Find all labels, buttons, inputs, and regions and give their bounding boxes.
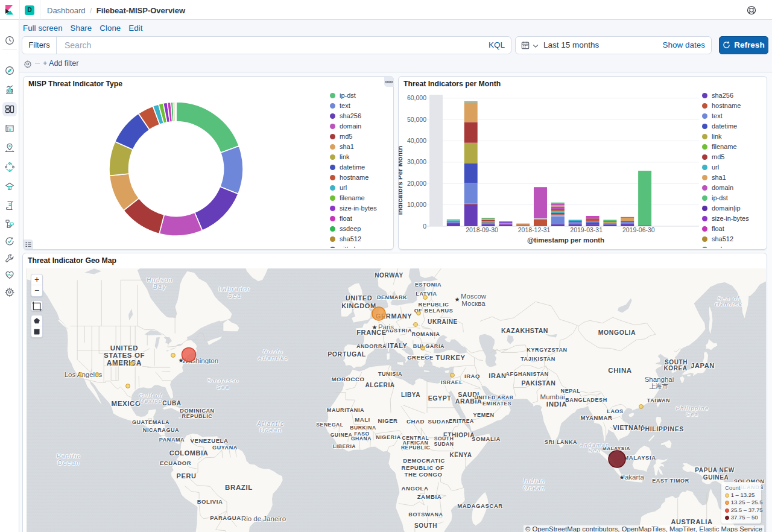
svg-text:MAURITANIA: MAURITANIA	[327, 407, 364, 413]
svg-text:SOMALIA: SOMALIA	[472, 435, 501, 442]
svg-text:MOROCCO: MOROCCO	[332, 376, 365, 382]
svg-text:REPUBLIC OF: REPUBLIC OF	[402, 464, 445, 471]
svg-text:MALI: MALI	[355, 416, 370, 423]
svg-text:KOREA: KOREA	[663, 365, 687, 372]
svg-text:VIETNAM: VIETNAM	[613, 424, 644, 431]
svg-text:ISRAEL: ISRAEL	[441, 379, 463, 385]
svg-text:Okhotsk: Okhotsk	[715, 301, 742, 308]
svg-text:SENEGAL: SENEGAL	[316, 422, 343, 428]
svg-text:TUNISIA: TUNISIA	[378, 371, 402, 377]
svg-text:MEXICO: MEXICO	[112, 400, 141, 407]
svg-text:SUDAN: SUDAN	[428, 418, 451, 425]
svg-text:2018-09-30: 2018-09-30	[466, 226, 498, 233]
svg-text:CUBA: CUBA	[162, 400, 181, 407]
svg-text:MALAYSIA: MALAYSIA	[624, 454, 656, 461]
svg-text:MYANMAR: MYANMAR	[581, 414, 613, 421]
svg-text:Sea: Sea	[217, 384, 230, 390]
svg-text:STATES OF: STATES OF	[104, 352, 145, 359]
svg-text:ZAMBIA: ZAMBIA	[417, 493, 442, 500]
svg-text:Sea: Sea	[686, 411, 699, 417]
svg-text:UNITED: UNITED	[346, 294, 373, 302]
svg-text:60,000: 60,000	[407, 94, 426, 101]
svg-text:BOLIVIA: BOLIVIA	[197, 498, 223, 505]
svg-text:上海市: 上海市	[649, 382, 668, 390]
svg-text:EMIRATES: EMIRATES	[482, 401, 511, 407]
svg-text:Sea: Sea	[228, 293, 242, 299]
svg-text:BURKINA: BURKINA	[350, 425, 376, 431]
svg-text:REPUBLIC: REPUBLIC	[419, 302, 449, 308]
svg-text:Sargasso: Sargasso	[207, 377, 239, 384]
svg-text:BULGARIA: BULGARIA	[413, 343, 445, 349]
svg-text:0: 0	[423, 223, 426, 230]
svg-text:GUATEMALA: GUATEMALA	[132, 419, 169, 425]
svg-text:Philippine: Philippine	[676, 405, 709, 411]
svg-text:GUINEA: GUINEA	[331, 432, 353, 438]
svg-text:PARAGUAY: PARAGUAY	[210, 515, 245, 521]
svg-text:THE CONGO: THE CONGO	[405, 471, 443, 478]
svg-text:PAKISTAN: PAKISTAN	[522, 379, 556, 387]
svg-text:ITALY: ITALY	[388, 342, 408, 349]
svg-text:GUINEA: GUINEA	[703, 474, 729, 481]
svg-text:SRI LANKA: SRI LANKA	[545, 439, 577, 445]
svg-text:2019-06-30: 2019-06-30	[622, 226, 655, 233]
svg-text:NICARAGUA: NICARAGUA	[143, 427, 179, 433]
svg-text:REPUBLIC: REPUBLIC	[182, 413, 213, 419]
svg-text:Atlantiko: Atlantiko	[258, 355, 289, 361]
svg-text:LIBERIA: LIBERIA	[333, 443, 356, 449]
svg-text:SOUTH: SOUTH	[414, 522, 437, 529]
svg-text:DENMARK: DENMARK	[377, 294, 407, 300]
svg-text:Norda: Norda	[263, 348, 283, 355]
svg-text:30,000: 30,000	[407, 158, 426, 165]
svg-text:MADAGASCAR: MADAGASCAR	[457, 502, 503, 509]
svg-text:Moscow: Moscow	[461, 293, 487, 300]
svg-text:REPUBLIC: REPUBLIC	[401, 445, 430, 451]
svg-text:BOTSWANA: BOTSWANA	[408, 511, 443, 518]
svg-text:CHINA: CHINA	[608, 367, 631, 374]
svg-text:IRAN: IRAN	[489, 372, 506, 379]
svg-text:★: ★	[619, 474, 625, 481]
svg-text:ALGERIA: ALGERIA	[365, 382, 394, 388]
svg-text:★: ★	[455, 296, 460, 303]
svg-text:CHAD: CHAD	[407, 418, 425, 425]
svg-text:Labrador: Labrador	[219, 286, 251, 293]
svg-text:2018-12-31: 2018-12-31	[518, 226, 551, 233]
svg-text:GHANA: GHANA	[351, 435, 372, 442]
svg-text:UNITED ARAB: UNITED ARAB	[475, 394, 514, 401]
svg-text:Москва: Москва	[461, 300, 486, 307]
svg-text:2019-03-31: 2019-03-31	[570, 226, 603, 233]
svg-text:Mumbai: Mumbai	[540, 393, 565, 401]
svg-text:INDIA: INDIA	[546, 401, 567, 408]
svg-text:Bay: Bay	[153, 283, 166, 290]
svg-text:Sea: Sea	[589, 448, 601, 454]
svg-text:50,000: 50,000	[407, 116, 426, 123]
svg-text:TURKEY: TURKEY	[436, 354, 466, 361]
svg-text:Hudson: Hudson	[147, 277, 173, 283]
svg-text:NIGER: NIGER	[378, 417, 397, 424]
svg-text:Jakarta: Jakarta	[621, 473, 644, 481]
svg-text:GUYANA: GUYANA	[212, 445, 238, 451]
svg-text:KYRGYZSTAN: KYRGYZSTAN	[527, 347, 567, 353]
svg-text:UKRAINE: UKRAINE	[428, 318, 458, 325]
svg-text:COLOMBIA: COLOMBIA	[169, 449, 209, 457]
svg-text:PHILIPPINES: PHILIPPINES	[641, 425, 684, 432]
svg-text:YEMEN: YEMEN	[473, 412, 494, 418]
svg-text:20,000: 20,000	[407, 180, 426, 187]
svg-text:AFGHANISTAN: AFGHANISTAN	[505, 371, 548, 377]
svg-text:PANAMA: PANAMA	[159, 437, 185, 443]
svg-text:NIGERIA: NIGERIA	[376, 434, 401, 440]
svg-text:BANGLADESH: BANGLADESH	[565, 397, 607, 403]
svg-text:Mexico: Mexico	[139, 397, 163, 404]
svg-text:PERU: PERU	[177, 472, 197, 480]
svg-text:LIBYA: LIBYA	[401, 391, 420, 398]
svg-text:AMERICA: AMERICA	[107, 359, 142, 366]
svg-text:ANDORRA: ANDORRA	[356, 343, 387, 349]
svg-text:DEMOCRATIC: DEMOCRATIC	[403, 457, 445, 464]
svg-text:EAST TIMOR: EAST TIMOR	[652, 478, 689, 484]
svg-text:ERITREA: ERITREA	[449, 418, 474, 424]
svg-text:Rio de Janeiro: Rio de Janeiro	[241, 515, 286, 522]
svg-text:KENYA: KENYA	[449, 452, 472, 458]
svg-text:TAIWAN: TAIWAN	[647, 397, 670, 404]
svg-text:PAPUA NEW: PAPUA NEW	[695, 467, 734, 473]
svg-text:GREECE: GREECE	[407, 354, 434, 361]
svg-text:LAOS: LAOS	[607, 408, 623, 414]
